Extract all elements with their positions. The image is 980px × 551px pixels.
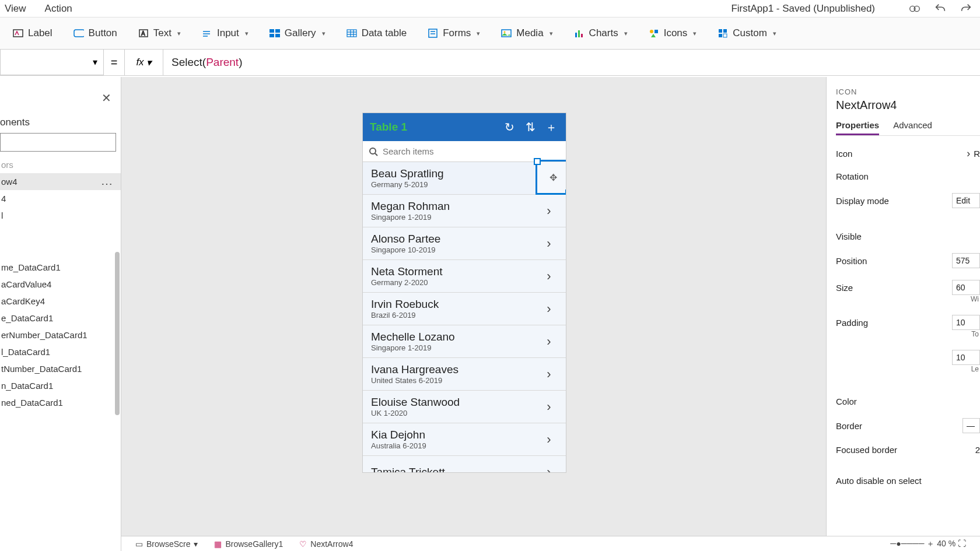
tree-item[interactable]: ned_DataCard1 bbox=[0, 394, 121, 411]
selection-handle[interactable]: ✥ bbox=[536, 160, 566, 195]
gallery-row[interactable]: Ivana HargreavesUnited States 6-2019› bbox=[363, 358, 566, 391]
prop-autodisable[interactable]: Auto disable on select bbox=[836, 476, 980, 486]
gallery-icon bbox=[270, 28, 280, 38]
zoom-slider[interactable]: ─●──── ＋ 40 % ⛶ bbox=[890, 539, 966, 549]
tree-item[interactable]: erNumber_DataCard1 bbox=[0, 327, 121, 343]
menu-action[interactable]: Action bbox=[45, 3, 72, 15]
ribbon-button[interactable]: Button bbox=[63, 17, 128, 49]
tab-properties[interactable]: Properties bbox=[836, 120, 879, 135]
tree-item[interactable]: ow4 bbox=[0, 173, 121, 190]
tree-item[interactable]: aCardValue4 bbox=[0, 276, 121, 293]
tree-item[interactable]: 4 bbox=[0, 190, 121, 207]
ribbon-media[interactable]: Media▾ bbox=[491, 17, 563, 49]
gallery-row[interactable]: Alonso ParteeSingapore 10-2019› bbox=[363, 227, 566, 260]
svg-rect-23 bbox=[575, 33, 577, 37]
ribbon-datatable[interactable]: Data table bbox=[336, 17, 418, 49]
gallery-row[interactable]: Irvin RoebuckBrazil 6-2019› bbox=[363, 293, 566, 325]
chevron-right-icon: › bbox=[967, 148, 970, 160]
tree-item[interactable]: aCardKey4 bbox=[0, 293, 121, 310]
chevron-right-icon[interactable]: › bbox=[540, 367, 558, 382]
row-sub: Germany 5-2019 bbox=[371, 180, 558, 189]
gallery-row[interactable]: Tamica Trickett› bbox=[363, 456, 566, 472]
button-icon bbox=[74, 28, 84, 38]
ribbon-forms[interactable]: Forms▾ bbox=[417, 17, 491, 49]
chevron-right-icon[interactable]: › bbox=[540, 465, 558, 473]
undo-icon[interactable] bbox=[931, 2, 950, 16]
prop-icon[interactable]: Icon›R bbox=[836, 148, 980, 160]
tab-advanced[interactable]: Advanced bbox=[893, 120, 932, 135]
tree-view-panel: ✕ onents orsow44lme_DataCard1aCardValue4… bbox=[0, 77, 121, 551]
move-icon: ✥ bbox=[550, 172, 557, 183]
prop-position[interactable]: Position575 bbox=[836, 253, 980, 268]
chevron-right-icon[interactable]: › bbox=[540, 334, 558, 349]
gallery-row[interactable]: Beau SpratlingGermany 5-2019✥ bbox=[363, 162, 566, 195]
prop-color[interactable]: Color bbox=[836, 396, 980, 406]
prop-padding[interactable]: Padding10 bbox=[836, 315, 980, 330]
tree-item[interactable]: ors bbox=[0, 156, 121, 173]
chevron-right-icon[interactable]: › bbox=[540, 236, 558, 251]
gallery-row[interactable]: Megan RohmanSingapore 1-2019› bbox=[363, 195, 566, 227]
status-bar: ▭ BrowseScre ▾ ▦ BrowseGallery1 ♡ NextAr… bbox=[121, 536, 980, 551]
ribbon-custom[interactable]: Custom▾ bbox=[707, 17, 787, 49]
svg-rect-21 bbox=[502, 30, 511, 37]
sort-icon[interactable]: ⇅ bbox=[523, 120, 538, 134]
chevron-down-icon: ▾ bbox=[550, 30, 553, 37]
row-name: Elouise Stanwood bbox=[371, 396, 540, 409]
ribbon-charts[interactable]: Charts▾ bbox=[564, 17, 638, 49]
search-input[interactable] bbox=[383, 146, 560, 156]
scrollbar-thumb[interactable] bbox=[115, 252, 120, 415]
tree-item[interactable]: l bbox=[0, 207, 121, 224]
prop-padding-left[interactable]: 10 bbox=[836, 350, 980, 365]
chevron-right-icon[interactable]: › bbox=[540, 432, 558, 447]
formula-input[interactable]: Select(Parent) bbox=[163, 50, 980, 75]
tree-item[interactable]: l_DataCard1 bbox=[0, 343, 121, 360]
fx-button[interactable]: fx▾ bbox=[125, 50, 163, 75]
canvas-area[interactable]: Table 1 ↻ ⇅ ＋ Beau SpratlingGermany 5-20… bbox=[121, 77, 826, 551]
tree-item[interactable]: n_DataCard1 bbox=[0, 377, 121, 394]
prop-rotation[interactable]: Rotation bbox=[836, 171, 980, 181]
gallery-row[interactable]: Kia DejohnAustralia 6-2019› bbox=[363, 423, 566, 456]
icons-icon bbox=[649, 28, 659, 38]
element-kind: ICON bbox=[836, 87, 980, 96]
breadcrumb-control[interactable]: ♡ NextArrow4 bbox=[299, 539, 353, 549]
breadcrumb-gallery[interactable]: ▦ BrowseGallery1 bbox=[214, 539, 283, 549]
ribbon-gallery[interactable]: Gallery▾ bbox=[259, 17, 336, 49]
property-dropdown[interactable]: ▾ bbox=[0, 50, 104, 75]
redo-icon[interactable] bbox=[957, 2, 975, 16]
checker-icon[interactable] bbox=[905, 2, 924, 16]
tree-item[interactable]: tNumber_DataCard1 bbox=[0, 360, 121, 377]
chevron-down-icon: ▾ bbox=[177, 30, 181, 37]
equals-label: = bbox=[104, 50, 125, 75]
ribbon-text[interactable]: A Text▾ bbox=[128, 17, 191, 49]
prop-displaymode[interactable]: Display modeEdit bbox=[836, 193, 980, 208]
breadcrumb-screen[interactable]: ▭ BrowseScre ▾ bbox=[135, 539, 198, 549]
add-icon[interactable]: ＋ bbox=[544, 120, 559, 135]
prop-size[interactable]: Size60 bbox=[836, 280, 980, 295]
row-name: Tamica Trickett bbox=[371, 466, 540, 473]
chevron-right-icon[interactable]: › bbox=[540, 203, 558, 219]
prop-border[interactable]: Border— bbox=[836, 418, 980, 433]
media-icon bbox=[501, 28, 512, 38]
chevron-right-icon[interactable]: › bbox=[540, 399, 558, 415]
ribbon-icons[interactable]: Icons▾ bbox=[638, 17, 708, 49]
prop-focused-border[interactable]: Focused border2 bbox=[836, 445, 980, 455]
search-icon bbox=[369, 147, 378, 156]
close-icon[interactable]: ✕ bbox=[102, 91, 111, 105]
gallery-row[interactable]: Mechelle LozanoSingapore 1-2019› bbox=[363, 325, 566, 358]
refresh-icon[interactable]: ↻ bbox=[502, 120, 517, 134]
svg-rect-10 bbox=[275, 29, 280, 33]
ribbon-label[interactable]: Label bbox=[2, 17, 63, 49]
chevron-right-icon[interactable]: › bbox=[540, 301, 558, 317]
ribbon-input[interactable]: Input▾ bbox=[191, 17, 259, 49]
row-sub: Australia 6-2019 bbox=[371, 441, 540, 450]
gallery-row[interactable]: Elouise StanwoodUK 1-2020› bbox=[363, 391, 566, 423]
chevron-down-icon: ▾ bbox=[322, 30, 326, 37]
menu-view[interactable]: View bbox=[5, 3, 26, 15]
tree-item[interactable]: e_DataCard1 bbox=[0, 310, 121, 327]
gallery-row[interactable]: Neta StormentGermany 2-2020› bbox=[363, 260, 566, 293]
tree-search-input[interactable] bbox=[0, 133, 116, 152]
formula-bar: ▾ = fx▾ Select(Parent) bbox=[0, 50, 980, 76]
tree-item[interactable]: me_DataCard1 bbox=[0, 259, 121, 276]
chevron-right-icon[interactable]: › bbox=[540, 269, 558, 284]
prop-visible[interactable]: Visible bbox=[836, 231, 980, 241]
